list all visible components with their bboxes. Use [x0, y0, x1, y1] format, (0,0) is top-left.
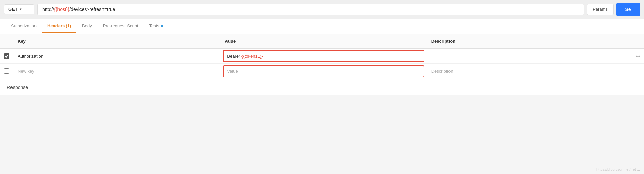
row-value-inner[interactable]: Bearer {{token11}} [223, 50, 424, 62]
empty-row-checkbox[interactable] [4, 68, 9, 74]
tab-tests-dot [161, 25, 163, 27]
url-prefix: http:// [42, 7, 54, 12]
col-desc-header: Description [427, 37, 634, 46]
url-suffix: /devices?refresh=true [69, 7, 115, 12]
empty-value-text: Value [227, 69, 238, 74]
tab-authorization-label: Authorization [11, 23, 37, 28]
table-row: Authorization Bearer {{token11}} •• [0, 49, 644, 64]
col-key-header: Key [14, 37, 220, 46]
tab-body[interactable]: Body [76, 19, 97, 33]
tabs-bar: Authorization Headers(1) Body Pre-reques… [0, 19, 644, 34]
row-checkbox[interactable] [4, 53, 9, 59]
row-key-value: Authorization [18, 53, 43, 59]
headers-table: Key Value Description Authorization Bear… [0, 34, 644, 79]
empty-desc-cell[interactable]: Description [427, 66, 634, 77]
table-empty-row: New key Value Description [0, 64, 644, 79]
response-section: Response [0, 79, 644, 95]
more-icon[interactable]: •• [634, 53, 642, 59]
tab-headers-label: Headers [47, 23, 65, 28]
response-label: Response [7, 85, 28, 90]
row-more-cell[interactable]: •• [634, 53, 644, 59]
row-value-variable: {{token11}} [242, 53, 263, 59]
chevron-down-icon: ▾ [20, 7, 21, 11]
row-checkbox-cell[interactable] [0, 51, 14, 61]
empty-desc-text: Description [431, 69, 453, 74]
col-value-header: Value [220, 37, 427, 46]
table-header: Key Value Description [0, 34, 644, 49]
tab-prerequest-label: Pre-request Script [103, 23, 138, 28]
tab-headers-badge: (1) [66, 23, 71, 28]
empty-value-placeholder[interactable]: Value [223, 65, 424, 77]
method-label: GET [8, 7, 18, 12]
row-desc-cell[interactable] [427, 53, 634, 59]
tab-prerequest[interactable]: Pre-request Script [97, 19, 144, 33]
tab-headers[interactable]: Headers(1) [42, 19, 76, 33]
row-value-cell[interactable]: Bearer {{token11}} [220, 49, 427, 63]
row-value-prefix: Bearer [227, 53, 242, 59]
col-checkbox [0, 37, 14, 46]
tab-authorization[interactable]: Authorization [5, 19, 42, 33]
url-host-variable: {{host}} [54, 7, 69, 12]
empty-key-text: New key [18, 69, 34, 74]
method-selector[interactable]: GET ▾ [4, 4, 34, 14]
url-bar[interactable]: http://{{host}}/devices?refresh=true [37, 4, 584, 15]
empty-row-checkbox-cell[interactable] [0, 66, 14, 76]
request-bar: GET ▾ http://{{host}}/devices?refresh=tr… [0, 0, 644, 19]
tab-tests[interactable]: Tests [144, 19, 168, 33]
tab-tests-label: Tests [149, 23, 159, 28]
empty-value-cell[interactable]: Value [220, 64, 427, 79]
tab-body-label: Body [82, 23, 92, 28]
empty-key-placeholder[interactable]: New key [14, 66, 220, 77]
row-key-cell[interactable]: Authorization [14, 51, 220, 61]
params-button[interactable]: Params [587, 4, 614, 15]
col-more-header [634, 37, 644, 46]
send-button[interactable]: Se [616, 3, 640, 16]
